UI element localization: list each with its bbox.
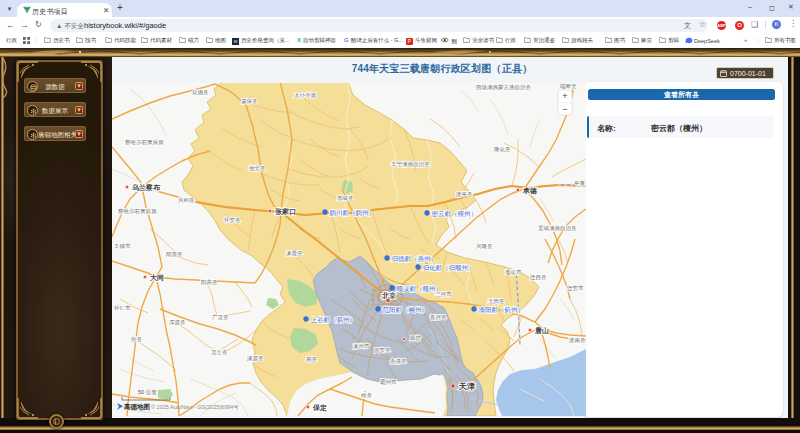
svg-text:香河县: 香河县 <box>430 314 447 321</box>
svg-text:太仆寺旗: 太仆寺旗 <box>294 92 317 98</box>
svg-text:易县: 易县 <box>306 356 318 363</box>
svg-text:固安县: 固安县 <box>374 347 391 354</box>
svg-text:灵丘县: 灵丘县 <box>211 349 228 356</box>
svg-text:顺义郡（顺州）: 顺义郡（顺州） <box>397 285 443 293</box>
svg-text:遵化市: 遵化市 <box>505 269 522 276</box>
svg-text:迁安市: 迁安市 <box>567 285 584 291</box>
svg-text:雄县: 雄县 <box>360 392 373 398</box>
svg-text:广灵县: 广灵县 <box>212 314 229 321</box>
svg-text:涿鹿县: 涿鹿县 <box>286 250 303 257</box>
svg-text:滦平县: 滦平县 <box>455 191 473 198</box>
svg-text:怀安县: 怀安县 <box>224 217 241 223</box>
svg-text:高德地图: 高德地图 <box>124 403 150 411</box>
svg-text:妫川郡（妫州）: 妫川郡（妫州） <box>330 209 376 217</box>
svg-text:50 公里: 50 公里 <box>138 389 157 395</box>
svg-text:端翠光: 端翠光 <box>560 83 577 90</box>
svg-text:−: − <box>562 104 567 114</box>
svg-text:察哈尔右翼前旗: 察哈尔右翼前旗 <box>118 208 157 214</box>
svg-text:浑源县: 浑源县 <box>169 319 186 326</box>
svg-text:三河市: 三河市 <box>435 291 452 298</box>
svg-text:密云郡（檀州）: 密云郡（檀州） <box>432 210 478 218</box>
svg-text:永清县: 永清县 <box>390 358 407 365</box>
svg-text:保定: 保定 <box>312 403 327 412</box>
svg-text:康保县: 康保县 <box>241 98 258 104</box>
svg-text:张家口: 张家口 <box>275 207 296 216</box>
svg-text:廊坊: 廊坊 <box>410 335 422 342</box>
svg-text:天津: 天津 <box>458 382 475 391</box>
svg-text:上谷郡（易州）: 上谷郡（易州） <box>311 316 357 324</box>
svg-text:归德郡（燕州）: 归德郡（燕州） <box>392 255 438 263</box>
svg-text:唐山: 唐山 <box>534 326 549 335</box>
svg-text:丰镇市: 丰镇市 <box>114 243 131 249</box>
svg-text:平泉市: 平泉市 <box>574 180 586 186</box>
svg-text:迁西县: 迁西县 <box>530 274 547 281</box>
svg-text:霸州市: 霸州市 <box>380 379 397 386</box>
svg-text:宽城满族自治县: 宽城满族自治县 <box>538 225 577 232</box>
svg-text:+: + <box>562 91 567 101</box>
svg-text:滦南县: 滦南县 <box>568 337 586 344</box>
svg-text:范阳郡（幽州）: 范阳郡（幽州） <box>382 306 429 314</box>
svg-text:乌兰察布: 乌兰察布 <box>131 183 161 192</box>
svg-text:承德: 承德 <box>522 187 537 195</box>
svg-text:归化郡（归顺州）: 归化郡（归顺州） <box>423 264 475 272</box>
svg-text:隆化县: 隆化县 <box>494 146 511 153</box>
svg-text:应县: 应县 <box>131 336 143 342</box>
svg-text:© 2025 AutoNavi - GS(2025)6994: © 2025 AutoNavi - GS(2025)6994号 <box>151 404 239 410</box>
svg-text:赤城县: 赤城县 <box>337 195 354 202</box>
svg-text:大同: 大同 <box>150 274 164 282</box>
svg-text:涿州市: 涿州市 <box>353 343 370 350</box>
svg-text:围场满族蒙古族自治县: 围场满族蒙古族自治县 <box>476 84 532 91</box>
svg-text:丰宁满族自治县: 丰宁满族自治县 <box>391 161 430 168</box>
svg-text:察哈尔右翼后旗: 察哈尔右翼后旗 <box>125 139 164 146</box>
svg-text:兴隆县: 兴隆县 <box>476 243 493 249</box>
svg-text:涞源县: 涞源县 <box>247 355 264 362</box>
svg-text:玉田县: 玉田县 <box>488 298 505 304</box>
svg-text:怀仁市: 怀仁市 <box>114 305 131 311</box>
svg-text:阳原县: 阳原县 <box>166 251 183 258</box>
svg-text:阳高县: 阳高县 <box>201 279 218 286</box>
svg-text:兴和县: 兴和县 <box>178 197 195 203</box>
svg-text:渔阳郡（蓟州）: 渔阳郡（蓟州） <box>479 306 525 314</box>
svg-text:化德县: 化德县 <box>192 89 209 96</box>
svg-text:张北县: 张北县 <box>249 165 266 172</box>
